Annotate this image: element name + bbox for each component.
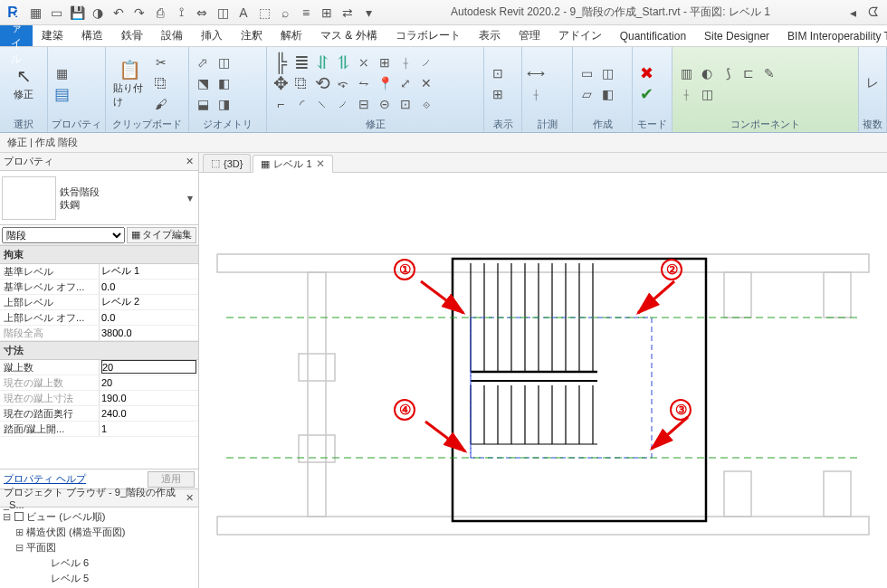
val-base-off[interactable] bbox=[101, 280, 196, 293]
properties-help-link[interactable]: プロパティ ヘルプ bbox=[4, 472, 86, 486]
tree-l6[interactable]: レベル 6 bbox=[2, 555, 196, 571]
browser-tree[interactable]: ⊟ 🞎 ビュー (レベル順) ⊞ 構造伏図 (構造平面図) ⊟ 平面図 レベル … bbox=[0, 507, 198, 588]
create1-icon[interactable]: ▭ bbox=[577, 63, 596, 83]
qat-close-icon[interactable]: ⊞ bbox=[317, 3, 337, 23]
tab-mep[interactable]: 設備 bbox=[152, 25, 192, 46]
tab-close-icon[interactable]: ✕ bbox=[316, 157, 325, 170]
split-g-icon[interactable]: ◧ bbox=[214, 73, 234, 93]
delete-icon[interactable]: ✕ bbox=[416, 73, 436, 93]
tree-struct[interactable]: ⊞ 構造伏図 (構造平面図) bbox=[2, 525, 196, 540]
create4-icon[interactable]: ◧ bbox=[597, 84, 617, 104]
view-tab-level1[interactable]: ▦ レベル 1 ✕ bbox=[253, 155, 332, 173]
tab-insert[interactable]: 挿入 bbox=[192, 25, 232, 46]
paste-button[interactable]: 📋 貼り付け bbox=[110, 57, 149, 110]
tab-analyze[interactable]: 解析 bbox=[272, 25, 311, 46]
move-icon[interactable]: ✥ bbox=[271, 73, 291, 93]
prop-base-off[interactable]: 基準レベル オフ... bbox=[0, 280, 198, 295]
qat-switch-icon[interactable]: ⇄ bbox=[338, 3, 358, 23]
apply-button[interactable]: 適用 bbox=[148, 471, 195, 488]
drawing-canvas[interactable]: ① ② ③ ④ bbox=[199, 173, 887, 588]
prop-base-level[interactable]: 基準レベル bbox=[0, 264, 198, 280]
qat-measure-icon[interactable]: ⟟ bbox=[171, 3, 191, 23]
tab-addin[interactable]: アドイン bbox=[549, 25, 611, 46]
sketch-icon[interactable]: ✎ bbox=[759, 63, 779, 83]
val-base-level[interactable] bbox=[101, 264, 196, 278]
search-icon[interactable]: ◂ bbox=[843, 3, 863, 23]
qat-save-icon[interactable]: 💾 bbox=[67, 3, 87, 23]
pin-icon[interactable]: 📍 bbox=[375, 73, 395, 93]
qat-home-icon[interactable]: ▦ bbox=[25, 3, 45, 23]
scale-icon[interactable]: ⤢ bbox=[396, 73, 415, 93]
wall-j-icon[interactable]: ⬓ bbox=[193, 94, 213, 114]
val-tread-rise[interactable] bbox=[101, 422, 196, 435]
tab-arch[interactable]: 建築 bbox=[33, 25, 72, 46]
type-selector[interactable]: 鉄骨階段 鉄鋼 ▾ bbox=[0, 171, 198, 225]
prop-palette-icon[interactable]: ▤ bbox=[52, 84, 72, 104]
category-select[interactable]: 階段 bbox=[2, 227, 125, 243]
qat-sync-icon[interactable]: ◑ bbox=[88, 3, 108, 23]
dim-m-icon[interactable]: ⟊ bbox=[526, 84, 546, 104]
run-icon[interactable]: ▥ bbox=[676, 63, 696, 83]
ext-s-icon[interactable]: ⟍ bbox=[312, 94, 332, 114]
cope-icon[interactable]: ⬀ bbox=[193, 52, 213, 72]
qat-print-icon[interactable]: ⎙ bbox=[150, 3, 170, 23]
user-icon[interactable]: ᗧ bbox=[863, 3, 883, 23]
mirror-dr-icon[interactable]: ⥮ bbox=[333, 52, 353, 72]
finish-mode-icon[interactable]: ✔ bbox=[636, 84, 656, 104]
val-tread-d[interactable] bbox=[101, 406, 196, 420]
qat-undo-icon[interactable]: ↶ bbox=[109, 3, 129, 23]
create2-icon[interactable]: ◫ bbox=[597, 63, 617, 83]
copy-icon[interactable]: ⿻ bbox=[151, 73, 171, 93]
rotate-icon[interactable]: ⟲ bbox=[312, 73, 332, 93]
tab-steel[interactable]: 鉄骨 bbox=[112, 25, 152, 46]
qat-open-icon[interactable]: ▭ bbox=[46, 3, 66, 23]
join-icon[interactable]: ⬔ bbox=[193, 73, 213, 93]
arr-r-icon[interactable]: ⊡ bbox=[396, 94, 415, 114]
offset-icon[interactable]: ≣ bbox=[291, 52, 311, 72]
match-icon[interactable]: 🖌 bbox=[151, 94, 171, 114]
tab-mass[interactable]: マス & 外構 bbox=[311, 25, 386, 46]
tree-l5[interactable]: レベル 5 bbox=[2, 571, 196, 586]
val-riser-ct[interactable] bbox=[101, 360, 196, 374]
hide-icon[interactable]: ⊡ bbox=[488, 63, 508, 83]
qat-drop-icon[interactable]: ▾ bbox=[358, 3, 378, 23]
copy-m-icon[interactable]: ⿻ bbox=[291, 73, 311, 93]
properties-close-icon[interactable]: ✕ bbox=[182, 154, 196, 168]
type-dropdown-icon[interactable]: ▾ bbox=[184, 192, 196, 204]
qat-3d-icon[interactable]: ⬚ bbox=[254, 3, 274, 23]
gap-icon[interactable]: ⊟ bbox=[354, 94, 374, 114]
tab-quant[interactable]: Quantification bbox=[611, 25, 695, 46]
split-icon[interactable]: ⤫ bbox=[354, 52, 374, 72]
tab-manage[interactable]: 管理 bbox=[510, 25, 549, 46]
trim-icon[interactable]: ⟊ bbox=[396, 52, 415, 72]
cut-g-icon[interactable]: ◫ bbox=[214, 52, 234, 72]
cut-icon[interactable]: ✂ bbox=[151, 52, 171, 72]
val-top-off[interactable] bbox=[101, 310, 196, 324]
modify-button[interactable]: ↖ 修正 bbox=[4, 63, 43, 103]
split-el-icon[interactable]: ⥊ bbox=[354, 73, 374, 93]
c1-icon[interactable]: ⟊ bbox=[676, 84, 696, 104]
tab-annot[interactable]: 注釈 bbox=[232, 25, 272, 46]
qat-thin-icon[interactable]: ≡ bbox=[296, 3, 316, 23]
tab-site[interactable]: Site Designer bbox=[695, 25, 778, 46]
view-tab-3d[interactable]: ⬚ {3D} bbox=[203, 154, 251, 172]
cancel-mode-icon[interactable]: ✖ bbox=[636, 63, 656, 83]
override-icon[interactable]: ⊞ bbox=[488, 84, 508, 104]
qat-tag-icon[interactable]: ◫ bbox=[213, 3, 233, 23]
array-icon[interactable]: ⊞ bbox=[375, 52, 395, 72]
browser-close-icon[interactable]: ✕ bbox=[182, 490, 196, 505]
type-prop-icon[interactable]: ▦ bbox=[52, 63, 72, 83]
prop-riser-ct[interactable]: 蹴上数 bbox=[0, 360, 198, 375]
landing-icon[interactable]: ◐ bbox=[697, 63, 717, 83]
tree-root[interactable]: ⊟ 🞎 ビュー (レベル順) bbox=[2, 509, 196, 525]
qat-dim-icon[interactable]: ⇔ bbox=[192, 3, 212, 23]
mirror-ax-icon[interactable]: ⥯ bbox=[312, 52, 332, 72]
c2-icon[interactable]: ◫ bbox=[697, 84, 717, 104]
align-icon[interactable]: ╠ bbox=[271, 52, 291, 72]
prop-tread-rise[interactable]: 踏面/蹴上開... bbox=[0, 422, 198, 437]
ext-m-icon[interactable]: ⟋ bbox=[333, 94, 353, 114]
demo-icon[interactable]: ◨ bbox=[214, 94, 234, 114]
support-icon[interactable]: ⟆ bbox=[718, 63, 738, 83]
qat-section-icon[interactable]: ⌕ bbox=[275, 3, 295, 23]
rail-icon[interactable]: ⊏ bbox=[739, 63, 758, 83]
